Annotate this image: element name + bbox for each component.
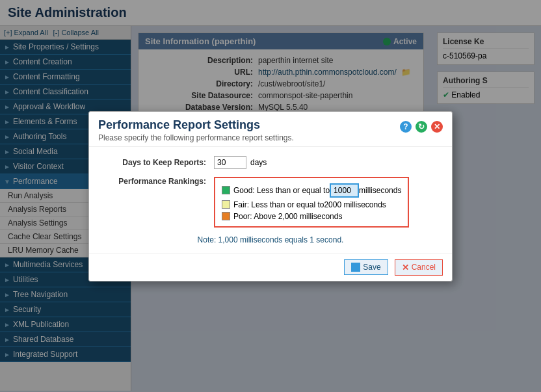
days-unit: days: [250, 158, 267, 167]
help-button[interactable]: ?: [400, 121, 412, 133]
modal-header-text: Performance Report Settings Please speci…: [98, 118, 294, 142]
modal-header-icons: ? ↻ ✕: [400, 121, 443, 133]
days-label: Days to Keep Reports:: [102, 158, 206, 167]
rankings-box: Good: Less than or equal to milliseconds…: [214, 177, 409, 228]
good-unit: milliseconds: [359, 186, 401, 195]
note-text: Note: 1,000 milliseconds equals 1 second…: [198, 235, 344, 244]
good-ranking-row: Good: Less than or equal to milliseconds: [222, 183, 401, 198]
save-icon: [351, 263, 360, 272]
modal-title: Performance Report Settings: [98, 118, 294, 132]
poor-checkbox[interactable]: [222, 212, 230, 220]
poor-label: Poor: Above 2,000 milliseconds: [233, 212, 342, 221]
modal-footer: Save ✕ Cancel: [89, 254, 452, 281]
fair-label: Fair: Less than or equal to: [233, 200, 324, 209]
modal-overlay: Performance Report Settings Please speci…: [0, 0, 541, 391]
refresh-button[interactable]: ↻: [416, 121, 427, 133]
modal-header: Performance Report Settings Please speci…: [89, 112, 452, 147]
fair-value: 2000: [324, 200, 341, 209]
good-value-input[interactable]: [330, 183, 359, 198]
save-button[interactable]: Save: [344, 259, 388, 275]
modal-subtitle: Please specify the following performance…: [98, 133, 294, 142]
days-form-row: Days to Keep Reports: days: [102, 156, 439, 169]
note-row: Note: 1,000 milliseconds equals 1 second…: [102, 235, 439, 244]
close-button[interactable]: ✕: [431, 121, 443, 133]
rankings-form-row: Performance Rankings: Good: Less than or…: [102, 177, 439, 228]
cancel-icon: ✕: [402, 263, 409, 272]
good-label: Good: Less than or equal to: [233, 186, 330, 195]
fair-ranking-row: Fair: Less than or equal to 2000 millise…: [222, 200, 401, 209]
poor-ranking-row: Poor: Above 2,000 milliseconds: [222, 212, 401, 221]
fair-checkbox[interactable]: [222, 200, 230, 209]
days-input-group: days: [214, 156, 267, 169]
cancel-button[interactable]: ✕ Cancel: [395, 259, 443, 276]
performance-report-modal: Performance Report Settings Please speci…: [88, 111, 453, 281]
modal-body: Days to Keep Reports: days Performance R…: [89, 147, 452, 254]
rankings-label: Performance Rankings:: [102, 177, 206, 186]
days-input[interactable]: [214, 156, 246, 169]
good-checkbox[interactable]: [222, 186, 230, 194]
